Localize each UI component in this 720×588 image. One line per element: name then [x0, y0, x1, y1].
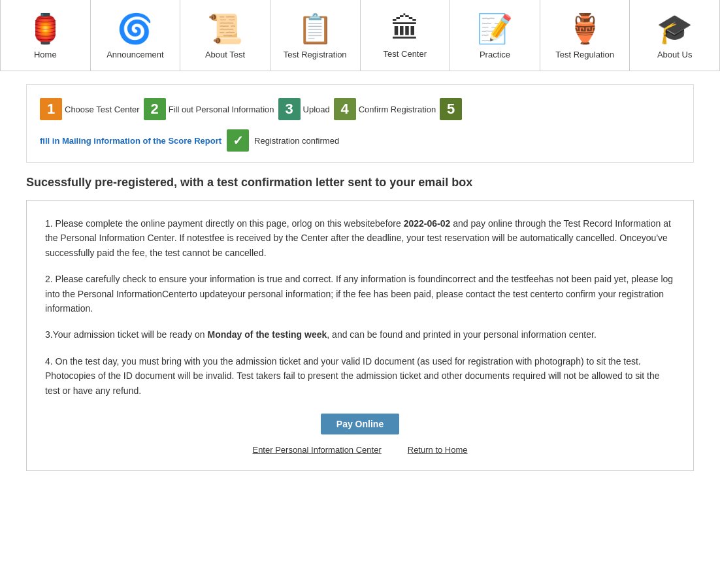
home-icon: 🏮: [27, 12, 63, 46]
paragraph-4: 4. On the test day, you must bring with …: [45, 354, 675, 398]
pay-online-button[interactable]: Pay Online: [321, 414, 399, 434]
return-home-link[interactable]: Return to Home: [408, 445, 468, 455]
nav-home-label: Home: [34, 50, 57, 59]
navigation: 🏮 Home 🌀 Announcement 📜 About Test 📋 Tes…: [0, 0, 720, 71]
step-3: 3 Upload: [278, 98, 330, 120]
step-1-num: 1: [40, 98, 62, 120]
steps-row: 1 Choose Test Center 2 Fill out Personal…: [40, 98, 680, 120]
step-3-num: 3: [278, 98, 301, 120]
success-title: Sucessfully pre-registered, with a test …: [26, 176, 694, 189]
about-us-icon: 🎓: [657, 12, 693, 46]
paragraph-2: 2. Please carefully check to ensure your…: [45, 272, 675, 316]
steps-container: 1 Choose Test Center 2 Fill out Personal…: [26, 84, 694, 163]
confirm-label: fill in Mailing information of the Score…: [40, 136, 221, 146]
step-4-label: Confirm Registration: [359, 105, 436, 114]
paragraph-1: 1. Please complete the online payment di…: [45, 216, 675, 260]
step-2-num: 2: [144, 98, 166, 120]
nav-test-regulation-label: Test Regulation: [555, 50, 614, 59]
test-registration-icon: 📋: [297, 12, 333, 46]
about-test-icon: 📜: [207, 12, 243, 46]
step-5-num: 5: [440, 98, 462, 120]
nav-home[interactable]: 🏮 Home: [0, 0, 91, 71]
nav-practice[interactable]: 📝 Practice: [450, 0, 540, 71]
paragraph-3: 3.Your admission ticket will be ready on…: [45, 327, 675, 342]
nav-practice-label: Practice: [480, 50, 510, 59]
test-regulation-icon: 🏺: [567, 12, 603, 46]
confirm-row: fill in Mailing information of the Score…: [40, 129, 680, 152]
step-2: 2 Fill out Personal Information: [144, 98, 274, 120]
test-center-icon: 🏛: [391, 12, 419, 45]
nav-about-test[interactable]: 📜 About Test: [180, 0, 270, 71]
nav-test-center-label: Test Center: [384, 49, 427, 59]
nav-about-test-label: About Test: [205, 50, 245, 59]
nav-test-registration[interactable]: 📋 Test Registration: [270, 0, 361, 71]
step-3-label: Upload: [303, 105, 330, 114]
step-4: 4 Confirm Registration: [334, 98, 436, 120]
nav-about-us-label: About Us: [657, 50, 692, 59]
nav-about-us[interactable]: 🎓 About Us: [630, 0, 720, 71]
practice-icon: 📝: [477, 12, 513, 46]
info-box: 1. Please complete the online payment di…: [26, 200, 694, 471]
nav-test-regulation[interactable]: 🏺 Test Regulation: [540, 0, 630, 71]
announcement-icon: 🌀: [117, 12, 153, 46]
links-row: Enter Personal Information Center Return…: [45, 445, 675, 455]
checkmark-icon: ✓: [227, 129, 249, 152]
nav-announcement[interactable]: 🌀 Announcement: [91, 0, 181, 71]
nav-announcement-label: Announcement: [106, 50, 163, 59]
step-4-num: 4: [334, 98, 356, 120]
step-1-label: Choose Test Center: [65, 105, 140, 114]
step-5: 5: [440, 98, 462, 120]
enter-personal-center-link[interactable]: Enter Personal Information Center: [252, 445, 381, 455]
step-1: 1 Choose Test Center: [40, 98, 140, 120]
confirm-text: Registration confirmed: [254, 136, 339, 146]
nav-test-center[interactable]: 🏛 Test Center: [361, 0, 451, 71]
main-content: Sucessfully pre-registered, with a test …: [26, 176, 694, 471]
nav-test-registration-label: Test Registration: [284, 50, 347, 59]
step-2-label: Fill out Personal Information: [169, 105, 274, 114]
pay-btn-row: Pay Online: [45, 414, 675, 434]
